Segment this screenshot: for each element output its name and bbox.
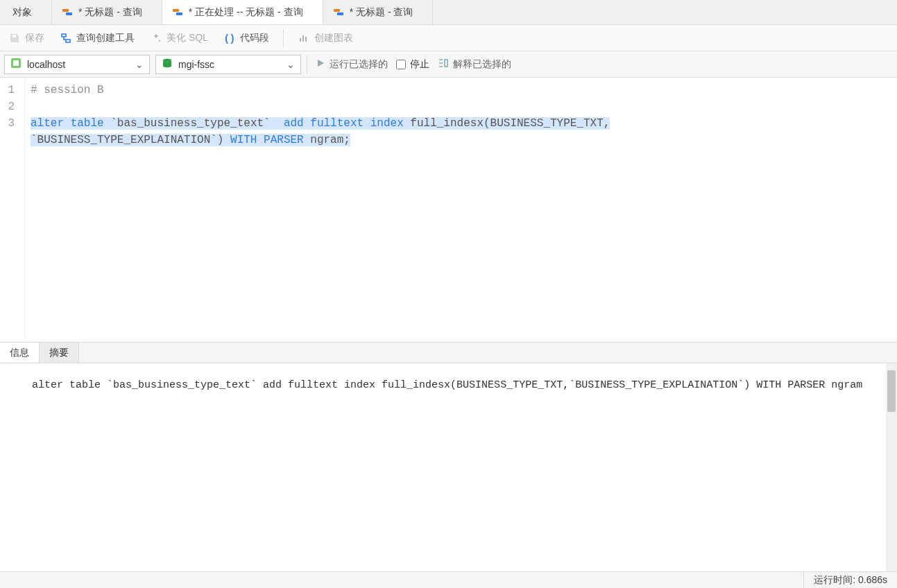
- divider: [307, 55, 307, 74]
- query-icon: [333, 7, 344, 18]
- line-number: 3: [7, 115, 15, 132]
- tab-query-3[interactable]: * 无标题 - 查询: [323, 0, 434, 24]
- database-icon: [162, 58, 173, 71]
- tab-info[interactable]: 信息: [0, 343, 40, 363]
- tab-query-1[interactable]: * 无标题 - 查询: [52, 0, 162, 24]
- line-number: 1: [7, 82, 15, 98]
- code-snippets-label: 代码段: [240, 32, 269, 44]
- save-icon: [8, 32, 21, 44]
- result-tabs: 信息 摘要: [0, 343, 897, 363]
- scrollbar-thumb[interactable]: [887, 370, 896, 412]
- svg-rect-4: [334, 9, 340, 12]
- status-runtime: 运行时间: 0.686s: [803, 572, 897, 588]
- tab-objects[interactable]: 对象: [0, 0, 52, 24]
- host-dropdown[interactable]: localhost ⌄: [4, 55, 150, 74]
- database-dropdown[interactable]: mgi-fssc ⌄: [155, 55, 301, 74]
- host-label: localhost: [27, 59, 65, 70]
- tab-summary[interactable]: 摘要: [40, 343, 79, 363]
- save-button[interactable]: 保存: [7, 31, 46, 46]
- svg-rect-5: [337, 12, 343, 15]
- svg-rect-6: [12, 35, 16, 37]
- result-output[interactable]: alter table `bas_business_type_text` add…: [0, 363, 897, 571]
- database-label: mgi-fssc: [178, 59, 214, 70]
- status-bar: 运行时间: 0.686s: [0, 571, 897, 588]
- create-chart-button[interactable]: 创建图表: [296, 31, 354, 46]
- run-selected-label: 运行已选择的: [330, 58, 388, 71]
- query-icon: [62, 7, 73, 18]
- run-selected-button[interactable]: 运行已选择的: [313, 58, 391, 71]
- chevron-down-icon: ⌄: [287, 59, 295, 70]
- divider: [283, 29, 284, 47]
- chevron-down-icon: ⌄: [135, 59, 144, 70]
- svg-rect-3: [176, 12, 182, 15]
- document-tabs: 对象 * 无标题 - 查询 * 正在处理 -- 无标题 - 查询 * 无标题 -…: [0, 0, 897, 25]
- stop-label: 停止: [410, 58, 429, 71]
- toolbar: 保存 查询创建工具 美化 SQL ( ) 代码段 创建图表: [0, 25, 897, 51]
- svg-rect-0: [62, 9, 69, 12]
- play-icon: [316, 58, 325, 70]
- svg-rect-2: [173, 9, 179, 12]
- stop-checkbox[interactable]: 停止: [396, 58, 429, 71]
- explain-icon: [438, 58, 449, 71]
- svg-rect-1: [66, 12, 72, 15]
- server-icon: [10, 58, 22, 71]
- query-builder-button[interactable]: 查询创建工具: [58, 31, 136, 46]
- beautify-sql-label: 美化 SQL: [166, 32, 208, 44]
- sparkle-icon: [150, 32, 162, 44]
- create-chart-label: 创建图表: [314, 32, 353, 44]
- code-comment: # session B: [31, 84, 104, 96]
- svg-point-9: [163, 59, 171, 62]
- connection-bar: localhost ⌄ mgi-fssc ⌄ 运行已选择的 停止 解释已选择的: [0, 51, 897, 78]
- vertical-scrollbar[interactable]: [886, 363, 897, 571]
- beautify-sql-button[interactable]: 美化 SQL: [148, 31, 210, 46]
- query-builder-label: 查询创建工具: [76, 32, 135, 44]
- stop-checkbox-input[interactable]: [396, 60, 406, 69]
- query-icon: [172, 7, 183, 18]
- builder-icon: [60, 32, 72, 44]
- code-area[interactable]: # session B alter table `bas_business_ty…: [25, 78, 897, 342]
- tab-query-active[interactable]: * 正在处理 -- 无标题 - 查询: [162, 0, 323, 24]
- sql-editor[interactable]: 1 2 3 # session B alter table `bas_busin…: [0, 78, 897, 343]
- explain-selected-button[interactable]: 解释已选择的: [435, 58, 514, 71]
- code-snippets-button[interactable]: ( ) 代码段: [222, 31, 271, 46]
- line-number: 2: [7, 98, 15, 115]
- line-number-gutter: 1 2 3: [0, 78, 25, 342]
- result-text: alter table `bas_business_type_text` add…: [32, 379, 862, 391]
- save-label: 保存: [25, 32, 44, 44]
- svg-rect-8: [13, 60, 19, 66]
- explain-selected-label: 解释已选择的: [453, 58, 511, 71]
- chart-icon: [298, 32, 310, 44]
- parentheses-icon: ( ): [223, 32, 236, 44]
